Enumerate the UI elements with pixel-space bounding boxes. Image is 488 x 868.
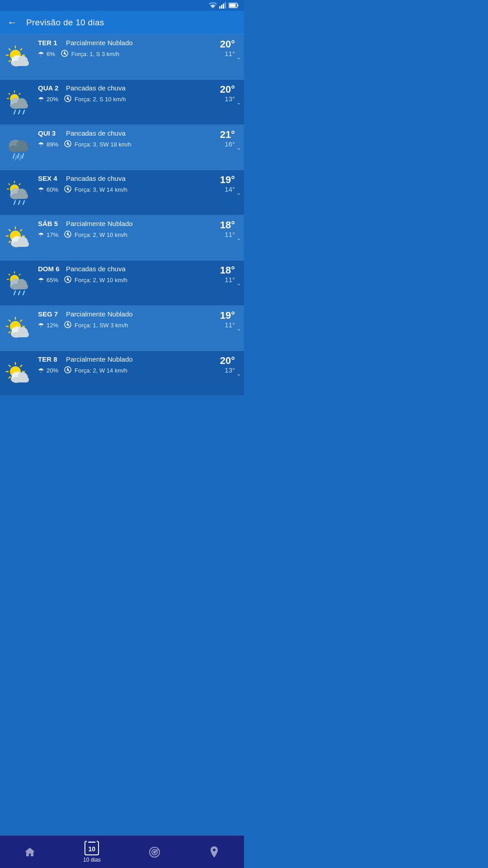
- day-row-qui3[interactable]: QUI 3 Pancadas de chuva ☂ 89% Força: 3, …: [0, 125, 244, 170]
- svg-line-100: [19, 274, 20, 275]
- chevron-icon-seg7: ⌄: [236, 325, 241, 331]
- details-qua2: ☂ 20% Força: 2, S 10 km/h: [38, 94, 213, 104]
- wind-icon-qua2: [64, 94, 72, 104]
- umbrella-icon-seg7: ☂: [38, 321, 44, 330]
- weather-icon-sab5: [5, 223, 33, 252]
- day-name-sex4: SEX 4: [38, 175, 61, 182]
- svg-line-140: [9, 377, 10, 378]
- svg-line-38: [19, 110, 20, 114]
- day-info-ter1: TER 1 Parcialmente Nublado ☂ 6% Força: 1…: [33, 39, 213, 59]
- chevron-icon-qua2: ⌄: [236, 99, 241, 105]
- temps-sab5: 18° 11°: [213, 220, 238, 238]
- condition-qui3: Pancadas de chuva: [66, 129, 126, 137]
- day-row-ter8[interactable]: TER 8 Parcialmente Nublado ☂ 20% Força: …: [0, 351, 244, 396]
- chevron-icon-qui3: ⌄: [236, 144, 241, 151]
- wind-icon-qui3: [64, 140, 72, 149]
- svg-point-95: [67, 234, 69, 235]
- rain-pct-dom6: 65%: [47, 277, 58, 283]
- svg-line-30: [19, 94, 20, 94]
- svg-line-29: [9, 94, 10, 94]
- day-row-sab5[interactable]: SÁB 5 Parcialmente Nublado ☂ 17% Força: …: [0, 215, 244, 260]
- day-name-qui3: QUI 3: [38, 129, 61, 137]
- svg-line-72: [23, 201, 24, 204]
- rain-pct-qua2: 20%: [47, 96, 58, 103]
- day-info-qui3: QUI 3 Pancadas de chuva ☂ 89% Força: 3, …: [33, 129, 213, 149]
- umbrella-icon-sex4: ☂: [38, 186, 44, 194]
- wind-detail-seg7: Força: 1, SW 3 km/h: [75, 322, 128, 329]
- temp-low-ter8: 13°: [213, 366, 235, 374]
- temp-high-ter1: 20°: [213, 39, 235, 50]
- status-bar: [0, 0, 244, 11]
- svg-point-151: [67, 369, 69, 371]
- svg-rect-3: [225, 2, 226, 9]
- svg-line-15: [20, 49, 22, 50]
- day-name-sab5: SÁB 5: [38, 220, 61, 227]
- rain-pct-seg7: 12%: [47, 322, 58, 329]
- weather-icon-ter8: [5, 359, 33, 388]
- temp-high-sab5: 18°: [213, 220, 235, 231]
- details-sex4: ☂ 60% Força: 3, W 14 km/h: [38, 185, 213, 194]
- rain-pct-qui3: 89%: [47, 141, 58, 148]
- svg-line-122: [20, 320, 22, 321]
- svg-rect-2: [223, 4, 224, 9]
- temps-dom6: 18° 11°: [213, 265, 238, 283]
- weather-icon-ter1: [5, 42, 33, 71]
- condition-sab5: Parcialmente Nublado: [66, 220, 133, 227]
- svg-line-63: [19, 184, 20, 185]
- temps-ter1: 20° 11°: [213, 39, 238, 57]
- wind-detail-dom6: Força: 2, W 10 km/h: [75, 277, 127, 283]
- day-row-seg7[interactable]: SEG 7 Parcialmente Nublado ☂ 12% Força: …: [0, 306, 244, 351]
- condition-sex4: Pancadas de chuva: [66, 175, 126, 182]
- svg-line-52: [22, 154, 23, 158]
- temp-low-sab5: 11°: [213, 231, 235, 238]
- temp-low-qua2: 13°: [213, 95, 235, 103]
- day-row-dom6[interactable]: DOM 6 Pancadas de chuva ☂ 65% Força: 2, …: [0, 260, 244, 306]
- details-sab5: ☂ 17% Força: 2, W 10 km/h: [38, 230, 213, 240]
- svg-line-82: [9, 230, 10, 231]
- temp-low-seg7: 11°: [213, 321, 235, 329]
- wind-detail-qui3: Força: 3, SW 18 km/h: [75, 141, 131, 148]
- day-row-qua2[interactable]: QUA 2 Pancadas de chuva ☂ 20% Força: 2, …: [0, 80, 244, 125]
- svg-rect-0: [219, 6, 221, 9]
- weather-icon-dom6: [5, 269, 33, 297]
- day-row-ter1[interactable]: TER 1 Parcialmente Nublado ☂ 6% Força: 1…: [0, 34, 244, 80]
- svg-line-109: [23, 291, 24, 295]
- rain-pct-sex4: 60%: [47, 186, 58, 193]
- day-name-condition-qua2: QUA 2 Pancadas de chuva: [38, 84, 213, 92]
- day-info-ter8: TER 8 Parcialmente Nublado ☂ 20% Força: …: [33, 355, 213, 375]
- svg-line-84: [9, 241, 10, 242]
- details-qui3: ☂ 89% Força: 3, SW 18 km/h: [38, 140, 213, 149]
- wind-detail-qua2: Força: 2, S 10 km/h: [75, 96, 126, 103]
- condition-qua2: Pancadas de chuva: [66, 84, 126, 92]
- temps-sex4: 19° 14°: [213, 175, 238, 193]
- day-row-sex4[interactable]: SEX 4 Pancadas de chuva ☂ 60% Força: 3, …: [0, 170, 244, 215]
- back-button[interactable]: ←: [7, 17, 17, 28]
- svg-point-43: [67, 98, 69, 99]
- temp-low-qui3: 16°: [213, 140, 235, 148]
- rain-pct-ter1: 6%: [47, 51, 55, 57]
- svg-rect-1: [221, 5, 222, 9]
- svg-rect-36: [12, 103, 28, 108]
- details-seg7: ☂ 12% Força: 1, SW 3 km/h: [38, 321, 213, 330]
- svg-rect-69: [12, 193, 28, 199]
- wind-icon-sex4: [64, 185, 72, 194]
- svg-line-70: [14, 201, 15, 204]
- chevron-icon-sab5: ⌄: [236, 234, 241, 241]
- svg-line-39: [23, 110, 24, 114]
- weather-icon-qui3: [5, 133, 33, 162]
- day-name-condition-ter1: TER 1 Parcialmente Nublado: [38, 39, 213, 47]
- svg-rect-147: [13, 377, 29, 382]
- condition-ter8: Parcialmente Nublado: [66, 355, 133, 363]
- wind-detail-sex4: Força: 3, W 14 km/h: [75, 186, 127, 193]
- svg-rect-6: [238, 5, 239, 6]
- svg-line-54: [20, 156, 21, 160]
- umbrella-icon-qua2: ☂: [38, 95, 44, 104]
- umbrella-icon-qui3: ☂: [38, 141, 44, 149]
- rain-pct-sab5: 17%: [47, 231, 58, 238]
- svg-line-37: [14, 110, 15, 114]
- temp-low-ter1: 11°: [213, 50, 235, 57]
- wind-icon-ter1: [61, 49, 69, 59]
- condition-dom6: Pancadas de chuva: [66, 265, 126, 273]
- signal-icon: [219, 2, 226, 9]
- weather-icon-sex4: [5, 178, 33, 207]
